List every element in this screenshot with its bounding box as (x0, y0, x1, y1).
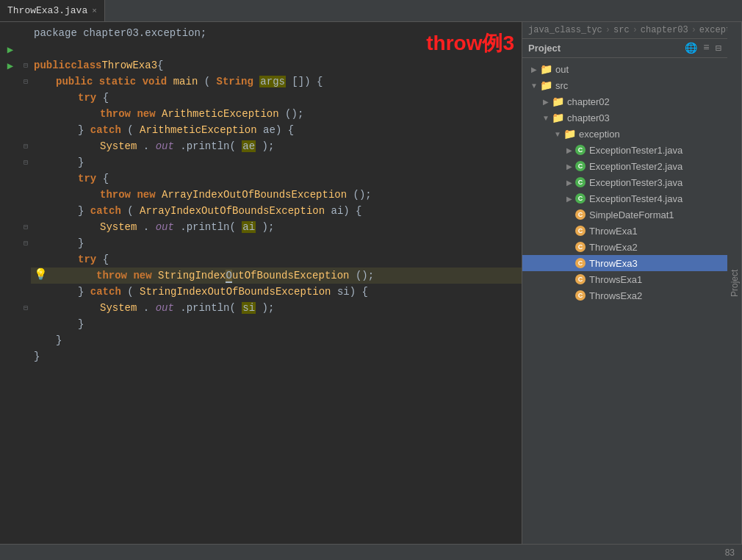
tree-arrow-out: ▶ (530, 65, 539, 73)
java-icon-tea1: C (575, 226, 586, 236)
collapse-icon[interactable]: ⊟ (716, 42, 721, 54)
fold-1 (21, 25, 31, 41)
tree-item-et1[interactable]: ▶ C ExceptionTester1.java (522, 142, 727, 158)
fold-20 (21, 332, 31, 348)
fold-7 (21, 122, 31, 138)
tab-close-icon[interactable]: × (92, 7, 97, 15)
folder-icon-ch02: 📁 (552, 96, 564, 107)
panel-header: Project 🌐 ≡ ⊟ (522, 39, 727, 58)
run-icon-9 (0, 154, 21, 170)
run-icon-12 (0, 203, 21, 219)
code-line-15: try { (31, 251, 522, 268)
tree-item-et3[interactable]: ▶ C ExceptionTester3.java (522, 174, 727, 190)
fold-3[interactable]: ⊟ (21, 57, 31, 73)
tree-item-src[interactable]: ▼ 📁 src (522, 77, 727, 93)
editor-area: throw例3 ▶ ▶ (0, 22, 522, 544)
tree-arrow-ch02: ▶ (541, 98, 550, 106)
tree-item-tea2[interactable]: C ThrowExa2 (522, 239, 727, 255)
run-icon-1 (0, 25, 21, 41)
java-icon-tea3: C (575, 258, 586, 268)
panel-icon-group: 🌐 ≡ ⊟ (685, 42, 721, 54)
run-icon-19 (0, 316, 21, 332)
throw-annotation: throw例3 (426, 29, 514, 57)
run-gutter: ▶ ▶ (0, 22, 21, 544)
tree-item-tea3[interactable]: C ThrowExa3 (522, 255, 727, 271)
status-bar: 83 (0, 544, 742, 560)
tree-label-sdf1: SimpleDateFormat1 (589, 209, 674, 220)
fold-gutter: ⊟ ⊟ ⊟ ⊟ ⊟ ⊟ ⊟ (21, 22, 31, 544)
tree-item-exception[interactable]: ▼ 📁 exception (522, 126, 727, 142)
tree-arrow-et1: ▶ (565, 146, 574, 154)
java-icon-tea2: C (575, 242, 586, 252)
run-icon-10 (0, 170, 21, 187)
folder-icon-out: 📁 (540, 63, 552, 75)
tree-item-et2[interactable]: ▶ C ExceptionTester2.java (522, 158, 727, 174)
folder-icon-ch03: 📁 (552, 112, 564, 123)
code-content[interactable]: package chapter03.exception; public clas… (31, 22, 522, 544)
run-icon-8 (0, 138, 21, 154)
tree-label-exception: exception (579, 129, 620, 140)
breadcrumb-sep-2: › (633, 25, 638, 35)
tree-item-tsa2[interactable]: C ThrowsExa2 (522, 287, 727, 304)
tree-item-out[interactable]: ▶ 📁 out (522, 61, 727, 77)
tree-arrow-src: ▼ (530, 82, 539, 90)
code-line-7: } catch ( ArithmeticException ae) { (31, 122, 522, 138)
code-line-5: try { (31, 90, 522, 106)
run-icon-3[interactable]: ▶ (0, 57, 21, 73)
fold-14[interactable]: ⊟ (21, 235, 31, 251)
project-side-label[interactable]: Project (727, 22, 742, 544)
fold-13[interactable]: ⊟ (21, 219, 31, 235)
tree-arrow-exception: ▼ (553, 130, 562, 138)
tab-bar: ThrowExa3.java × (0, 0, 742, 22)
tree-label-ch03: chapter03 (567, 112, 610, 123)
breadcrumb-sep-3: › (691, 25, 696, 35)
run-icon-18 (0, 300, 21, 316)
run-icon-2[interactable]: ▶ (0, 41, 21, 57)
tab-throwExa3[interactable]: ThrowExa3.java × (0, 0, 105, 21)
tab-label: ThrowExa3.java (7, 5, 87, 16)
lightbulb-icon[interactable]: 💡 (34, 268, 48, 284)
tree-arrow-et4: ▶ (565, 195, 574, 203)
code-line-14: } (31, 235, 522, 251)
code-line-13: System . out .println( ai ); (31, 219, 522, 235)
fold-9[interactable]: ⊟ (21, 154, 31, 170)
java-icon-et4: C (575, 193, 586, 204)
fold-18[interactable]: ⊟ (21, 300, 31, 316)
fold-2 (21, 41, 31, 57)
java-icon-et1: C (575, 145, 586, 155)
java-icon-et2: C (575, 161, 586, 171)
fold-17 (21, 284, 31, 300)
folder-icon-src: 📁 (540, 79, 552, 91)
line-col-indicator: 83 (725, 548, 735, 558)
fold-10 (21, 170, 31, 187)
tree-item-tea1[interactable]: C ThrowExa1 (522, 223, 727, 239)
tree-label-tsa2: ThrowsExa2 (589, 290, 642, 301)
tree-item-sdf1[interactable]: C SimpleDateFormat1 (522, 207, 727, 223)
tree-item-et4[interactable]: ▶ C ExceptionTester4.java (522, 190, 727, 207)
fold-8[interactable]: ⊟ (21, 138, 31, 154)
fold-4[interactable]: ⊟ (21, 73, 31, 90)
tree-label-et3: ExceptionTester3.java (589, 177, 682, 188)
tree-label-et1: ExceptionTester1.java (589, 145, 682, 156)
list-icon[interactable]: ≡ (703, 42, 709, 54)
code-line-4: public static void main ( String args []… (31, 73, 522, 90)
breadcrumb: java_class_tyc › src › chapter03 › excep… (522, 22, 727, 39)
run-icon-4 (0, 73, 21, 90)
tree-label-tsa1: ThrowsExa1 (589, 274, 642, 285)
code-line-8: System . out .println( ae ); (31, 138, 522, 154)
tree-label-et4: ExceptionTester4.java (589, 193, 682, 204)
run-icon-17 (0, 284, 21, 300)
code-line-19: } (31, 316, 522, 332)
tree-arrow-et3: ▶ (565, 179, 574, 187)
tree-item-chapter03[interactable]: ▼ 📁 chapter03 (522, 110, 727, 126)
code-line-20: } (31, 332, 522, 348)
java-icon-tsa2: C (575, 290, 586, 301)
tree-item-chapter02[interactable]: ▶ 📁 chapter02 (522, 93, 727, 110)
tree-label-ch02: chapter02 (567, 96, 610, 107)
code-line-12: } catch ( ArrayIndexOutOfBoundsException… (31, 203, 522, 219)
tree-label-et2: ExceptionTester2.java (589, 161, 682, 172)
tree-label-src: src (555, 80, 568, 91)
globe-icon[interactable]: 🌐 (685, 42, 697, 54)
run-icon-5 (0, 90, 21, 106)
tree-item-tsa1[interactable]: C ThrowsExa1 (522, 271, 727, 287)
